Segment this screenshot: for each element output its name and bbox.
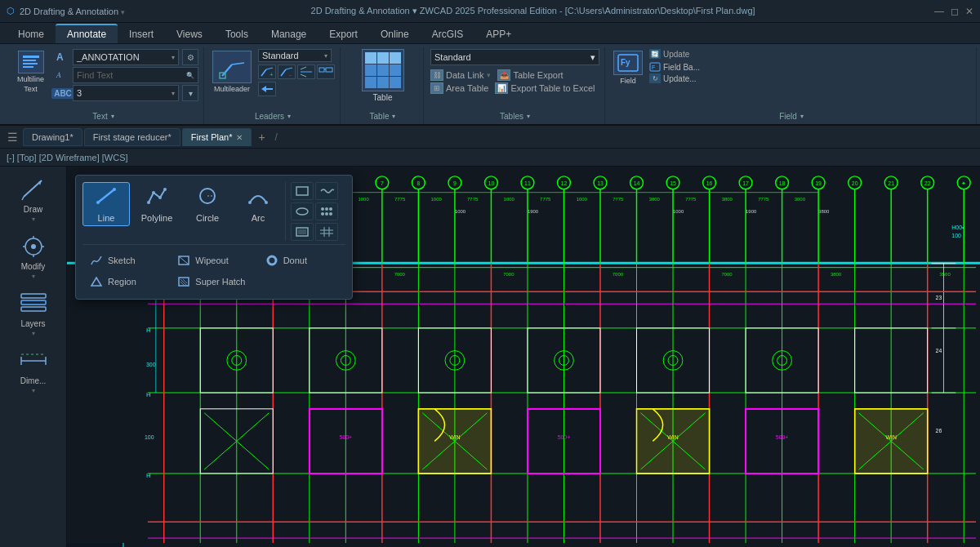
find-text-input[interactable]: Find Text 🔍 — [73, 67, 198, 83]
field-panel-label[interactable]: Field ▾ — [612, 110, 971, 122]
svg-rect-17 — [326, 68, 332, 72]
svg-text:13: 13 — [597, 180, 604, 186]
leaders-panel-label[interactable]: Leaders ▾ — [211, 110, 335, 122]
tab-views[interactable]: Views — [165, 25, 214, 43]
restore-btn[interactable]: ◻ — [951, 6, 959, 17]
line-icon — [95, 186, 118, 211]
svg-point-67 — [163, 188, 167, 191]
tool-layers[interactable]: Layers ▾ — [9, 287, 58, 340]
window-controls[interactable]: — ◻ ✕ — [934, 6, 973, 17]
tab-app[interactable]: APP+ — [474, 25, 523, 43]
tab-annotate[interactable]: Annotate — [56, 24, 118, 43]
canvas-area[interactable]: H00• 100 — [67, 167, 980, 547]
leader-collect-btn[interactable] — [317, 64, 335, 79]
svg-text:19: 19 — [815, 180, 822, 186]
svg-text:15: 15 — [670, 180, 676, 186]
abc-label: ABC — [51, 88, 74, 99]
tool-wipeout[interactable]: Wipeout — [170, 250, 257, 271]
tool-draw[interactable]: Draw ▾ — [9, 173, 58, 225]
multiline-text-button[interactable]: Multiline Text — [8, 49, 53, 95]
tab-home[interactable]: Home — [7, 25, 56, 43]
table-style-combo[interactable]: Standard ▾ — [430, 49, 599, 65]
table-panel-label[interactable]: Table ▾ — [347, 110, 418, 122]
tables-config-panel-label[interactable]: Tables ▾ — [430, 110, 599, 122]
tab-online[interactable]: Online — [369, 25, 421, 43]
svg-line-10 — [281, 69, 286, 76]
rect-btn[interactable] — [291, 182, 314, 200]
leader-remove-btn[interactable]: - — [278, 64, 296, 79]
table-button[interactable]: Table — [347, 49, 418, 102]
leader-add-btn[interactable]: + — [258, 64, 276, 79]
leader-arrow-btn[interactable] — [258, 82, 276, 96]
minimize-btn[interactable]: — — [934, 6, 944, 17]
svg-text:H: H — [146, 327, 151, 334]
polyline-icon — [145, 186, 168, 211]
tab-manage[interactable]: Manage — [260, 25, 318, 43]
export-excel-btn[interactable]: 📊 Export Table to Excel — [495, 82, 595, 94]
svg-text:12: 12 — [561, 180, 568, 186]
leader-align-btn[interactable] — [297, 64, 315, 79]
leader-style-combo[interactable]: Standard ▾ — [258, 49, 332, 62]
arc-icon — [247, 186, 270, 211]
table-export-btn[interactable]: 📤 Table Export — [497, 69, 563, 81]
tool-arc[interactable]: Arc — [234, 182, 282, 226]
svg-line-26 — [22, 197, 24, 200]
menu-button[interactable]: ☰ — [3, 128, 21, 146]
tool-line[interactable]: Line — [82, 182, 130, 226]
grid-btn[interactable] — [315, 223, 338, 241]
svg-text:1000: 1000 — [577, 197, 588, 202]
tool-donut[interactable]: Donut — [258, 250, 345, 271]
svg-line-7 — [261, 69, 266, 76]
text-style-settings[interactable]: ⚙ — [182, 49, 198, 65]
tab-first-stage[interactable]: First stage reducer* — [84, 128, 180, 146]
text-size-down[interactable]: ▾ — [182, 85, 198, 101]
tool-sketch[interactable]: Sketch — [82, 250, 170, 271]
draw-palette: Line Polyline — [75, 175, 353, 300]
multileader-button[interactable]: Multileader — [211, 49, 253, 95]
svg-text:1000: 1000 — [359, 197, 370, 202]
find-row: 𝐴 Find Text 🔍 — [56, 67, 198, 83]
tool-circle[interactable]: Circle — [184, 182, 231, 226]
svg-text:21: 21 — [888, 180, 894, 186]
tool-modify[interactable]: Modify ▾ — [9, 230, 58, 282]
close-btn[interactable]: ✕ — [965, 6, 973, 17]
window-title: 2D Drafting & Annotation ▾ ZWCAD 2025 Pr… — [131, 6, 934, 16]
svg-text:26: 26 — [936, 428, 942, 434]
tab-drawing1[interactable]: Drawing1* — [23, 128, 82, 146]
rect2-btn[interactable] — [291, 223, 314, 241]
table-style-row: Standard ▾ — [430, 49, 599, 65]
text-style-combo[interactable]: _ANNOTATION ▾ — [73, 49, 179, 65]
data-link-btn[interactable]: ⛓ Data Link — [430, 69, 483, 81]
tab-arcgis[interactable]: ArcGIS — [421, 25, 475, 43]
draw-tools-row: Line Polyline — [82, 182, 345, 241]
dots-btn[interactable] — [315, 202, 338, 220]
field-button[interactable]: Fy Field — [612, 49, 644, 87]
text-size-combo[interactable]: 3 ▾ — [73, 85, 179, 101]
field-ba-btn[interactable]: F Field Ba... — [649, 62, 700, 72]
svg-point-88 — [268, 256, 276, 265]
breadcrumb-slash: / — [274, 131, 277, 143]
multileader-icon — [212, 51, 252, 83]
svg-point-32 — [31, 244, 36, 249]
tool-dimensions[interactable]: Dime... ▾ — [9, 345, 58, 397]
svg-point-64 — [147, 201, 150, 204]
add-tab-button[interactable]: + — [253, 129, 270, 145]
tool-region[interactable]: Region — [82, 271, 170, 292]
tab-insert[interactable]: Insert — [118, 25, 165, 43]
tab-export[interactable]: Export — [318, 25, 369, 43]
close-first-plan[interactable]: ✕ — [236, 133, 243, 142]
update-all-btn[interactable]: ↻ Update... — [649, 73, 700, 83]
wave-btn[interactable] — [315, 182, 338, 200]
svg-line-5 — [232, 63, 244, 64]
svg-text:18: 18 — [779, 180, 786, 186]
update-field-btn[interactable]: 🔄 Update — [649, 49, 700, 59]
svg-rect-0 — [23, 56, 39, 58]
ellipse-btn[interactable] — [291, 202, 314, 220]
text-panel-label[interactable]: Text ▾ — [8, 110, 198, 122]
tool-superhatch[interactable]: Super Hatch — [170, 271, 257, 292]
area-table-btn[interactable]: ⊞ Area Table — [430, 82, 488, 94]
tool-polyline[interactable]: Polyline — [133, 182, 180, 226]
tab-tools[interactable]: Tools — [214, 25, 260, 43]
tab-first-plan[interactable]: First Plan* ✕ — [182, 128, 252, 146]
size-row: ABC 3 ▾ ▾ — [56, 85, 198, 101]
